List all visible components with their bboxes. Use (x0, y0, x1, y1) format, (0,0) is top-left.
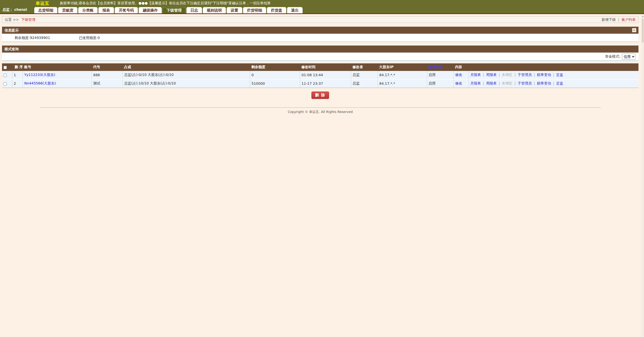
cell-links: 月报表|周报表|未绑定|子管理员|赔率变动|定盘 (469, 79, 638, 88)
action-area: 删 除 (2, 92, 638, 99)
table-row: 2 Nn445566(大股东) 测试 总监(占):10/10 大股东(占):0/… (2, 79, 638, 88)
cell-modifier: 总监 (351, 79, 378, 88)
nav-tab-rules[interactable]: 规则说明 (203, 7, 226, 13)
fixed-board-link[interactable]: 定盘 (556, 73, 563, 77)
cell-ip: 84.17.*.* (378, 79, 427, 88)
link-separator: | (514, 81, 516, 85)
edit-link[interactable]: 修改 (455, 73, 462, 77)
cell-share: 总监(占):0/10 大股东(占):0/10 (123, 71, 250, 79)
sub-admin-link[interactable]: 子管理员 (518, 73, 532, 77)
nav-tab-subordinate-active[interactable]: 下级管理 (163, 7, 186, 13)
nav-tab-override[interactable]: 越级操作 (139, 7, 162, 13)
monthly-report-link[interactable]: 月报表 (470, 81, 481, 85)
nav-tab-logout[interactable]: 退出 (287, 7, 303, 13)
link-separator: | (483, 81, 484, 85)
select-all-checkbox[interactable] (4, 66, 7, 69)
fixed-board-link[interactable]: 定盘 (556, 81, 563, 85)
cell-account: Nn445566(大股东) (23, 79, 92, 88)
info-panel-body: 剩余额度:924939901 已使用额度:0 (2, 34, 638, 42)
link-separator: | (553, 81, 554, 85)
top-marquee-bar: 幸运五 换赔率功能,请各会员在【会员资料】里设置使用。●●●【温馨提示】各位会员… (0, 0, 644, 7)
footer: Copyright © 幸运五. All Rights Reserved (2, 107, 638, 114)
link-separator: | (514, 73, 516, 77)
account-link[interactable]: Yy112233(大股东) (24, 73, 55, 77)
cell-checkbox (2, 71, 12, 79)
unbound-label: 未绑定 (502, 81, 512, 85)
cell-remaining: 0 (250, 71, 300, 79)
breadcrumb-left: 位置 >> 下级管理 (5, 17, 35, 23)
nav-tab-logs[interactable]: 日志 (186, 7, 202, 13)
monthly-report-link[interactable]: 月报表 (470, 73, 481, 77)
cell-modifier: 总监 (351, 71, 378, 79)
breadcrumb-divider: | (618, 18, 619, 22)
vertical-scrollbar[interactable]: ▲ (641, 15, 644, 337)
breadcrumb-current: 下级管理 (21, 18, 35, 22)
header-account: 账号 (23, 63, 92, 71)
footer-divider (40, 107, 601, 108)
query-panel-header: 模式查询 (2, 46, 638, 53)
header-share: 占成 (123, 63, 250, 71)
sub-admin-link[interactable]: 子管理员 (518, 81, 532, 85)
cell-share: 总监(占):10/10 大股东(占):0/10 (123, 79, 250, 88)
info-panel-header: 信息提示 − (2, 27, 638, 34)
nav-tab-report[interactable]: 报表 (98, 7, 114, 13)
header-modifier: 修改者 (351, 63, 378, 71)
cell-checkbox (2, 79, 12, 88)
cell-links: 月报表|周报表|未绑定|子管理员|赔率变动|定盘 (469, 71, 638, 79)
marquee-text: 换赔率功能,请各会员在【会员资料】里设置使用。●●●【温馨提示】各位会员在下注确… (60, 1, 271, 6)
header-del-label: 删 (15, 65, 18, 69)
delete-button[interactable]: 删 除 (311, 92, 329, 99)
header-seq-label: 序号 (19, 65, 23, 69)
link-separator: | (553, 73, 554, 77)
new-subordinate-link[interactable]: 新增下级 (601, 18, 616, 22)
info-panel-title: 信息提示 (5, 28, 19, 32)
fund-mode-label: 资金模式: (605, 52, 620, 61)
row-checkbox[interactable] (4, 74, 7, 77)
header-remaining: 剩余额度 (250, 63, 300, 71)
nav-tab-ledger[interactable]: 分类账 (78, 7, 98, 13)
nav-tab-intercept-board[interactable]: 拦货盘 (267, 7, 286, 13)
odds-change-link[interactable]: 赔率变动 (537, 81, 551, 85)
cell-modified-time: 01-08 13:44 (300, 71, 351, 79)
cell-seq: 1 (12, 71, 23, 79)
odds-change-link[interactable]: 赔率变动 (537, 73, 551, 77)
cell-code: 测试 (92, 79, 123, 88)
header-ip: 大股东IP (378, 63, 427, 71)
scrollbar-thumb[interactable] (642, 19, 644, 43)
header-del (2, 63, 12, 71)
used-quota: 已使用额度:0 (79, 36, 100, 40)
nav-tab-settings[interactable]: 设置 (227, 7, 242, 13)
header-links (469, 63, 638, 71)
fund-mode-select[interactable]: 信用 (622, 54, 635, 60)
link-separator: | (499, 81, 500, 85)
query-panel-body: 资金模式: 信用 (2, 53, 638, 61)
table-header-row: 删 序号 账号 代号 占成 剩余额度 修改时间 修改者 大股东IP 查看停用 内… (2, 63, 638, 71)
header-content: 内容 (454, 63, 469, 71)
cell-remaining: 510000 (250, 79, 300, 88)
table-row: 1 Yy112233(大股东) 888 总监(占):0/10 大股东(占):0/… (2, 71, 638, 79)
weekly-report-link[interactable]: 周报表 (486, 81, 497, 85)
nav-bar: 总监： chenzi 总货明细 贡献度 分类账 报表 开奖号码 越级操作 下级管… (0, 7, 644, 13)
nav-tabs: 总货明细 贡献度 分类账 报表 开奖号码 越级操作 下级管理 日志 规则说明 设… (34, 7, 303, 13)
main-content: 位置 >> 下级管理 新增下级 | 账户列表 信息提示 − 剩余额度:92493… (0, 14, 644, 114)
link-separator: | (534, 81, 535, 85)
cell-modified-time: 11-17 23:37 (300, 79, 351, 88)
cell-seq: 2 (12, 79, 23, 88)
nav-tab-contribution[interactable]: 贡献度 (58, 7, 77, 13)
query-panel-title: 模式查询 (5, 47, 19, 51)
row-checkbox[interactable] (4, 82, 7, 86)
breadcrumb-prefix: 位置 >> (5, 18, 19, 22)
cell-edit: 修改 (454, 79, 469, 88)
nav-tab-draw-number[interactable]: 开奖号码 (115, 7, 138, 13)
header-modified-time: 修改时间 (300, 63, 351, 71)
header-status-toggle[interactable]: 查看停用 (427, 63, 454, 71)
collapse-icon[interactable]: − (632, 28, 636, 32)
weekly-report-link[interactable]: 周报表 (486, 73, 497, 77)
nav-tab-intercept-detail[interactable]: 拦货明细 (243, 7, 266, 13)
nav-tab-total-goods[interactable]: 总货明细 (34, 7, 57, 13)
account-link[interactable]: Nn445566(大股东) (24, 81, 56, 85)
account-list-link[interactable]: 账户列表 (622, 18, 636, 22)
edit-link[interactable]: 修改 (455, 81, 462, 85)
scrollbar-up-arrow[interactable]: ▲ (641, 15, 644, 17)
link-separator: | (483, 73, 484, 77)
